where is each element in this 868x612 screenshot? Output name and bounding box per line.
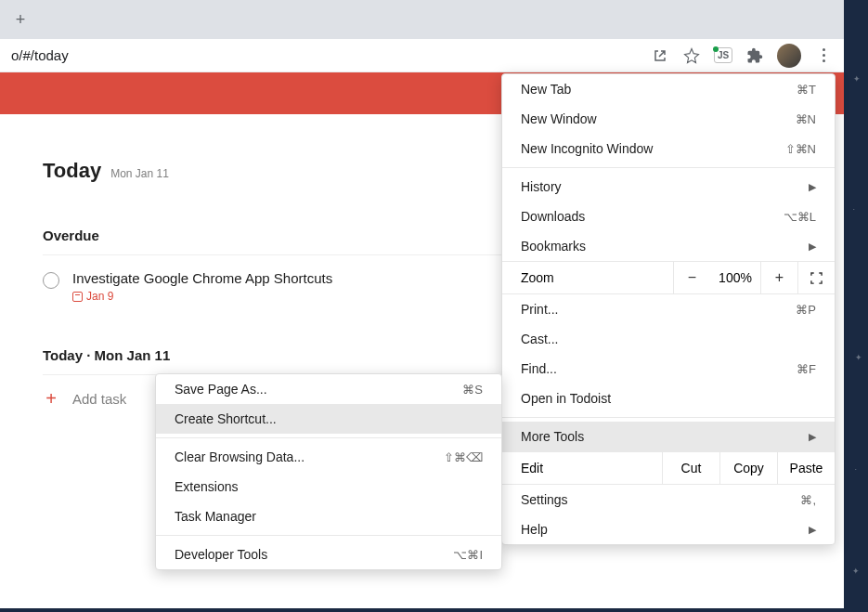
browser-main-menu: New Tab ⌘T New Window ⌘N New Incognito W… xyxy=(501,73,836,545)
more-tools-submenu: Save Page As... ⌘S Create Shortcut... Cl… xyxy=(155,373,502,570)
menu-print[interactable]: Print... ⌘P xyxy=(502,294,835,324)
menu-history[interactable]: History ▶ xyxy=(502,172,835,202)
open-external-icon[interactable] xyxy=(651,46,669,65)
menu-find[interactable]: Find... ⌘F xyxy=(502,354,835,384)
page-date: Mon Jan 11 xyxy=(110,167,169,180)
menu-label: Help xyxy=(521,522,548,537)
desktop-star: · xyxy=(852,204,855,214)
menu-shortcut: ⌘N xyxy=(796,112,816,126)
toolbar-icons: JS xyxy=(651,44,833,68)
menu-label: Task Manager xyxy=(175,509,256,524)
chevron-right-icon: ▶ xyxy=(809,241,816,253)
zoom-value: 100% xyxy=(710,262,760,293)
menu-label: Save Page As... xyxy=(175,382,267,397)
menu-label: Create Shortcut... xyxy=(175,411,277,426)
menu-help[interactable]: Help ▶ xyxy=(502,514,835,544)
menu-separator xyxy=(502,417,835,418)
menu-label: Cast... xyxy=(521,332,558,346)
browser-menu-button[interactable] xyxy=(814,48,833,62)
page-title: Today xyxy=(43,159,101,183)
extensions-puzzle-icon[interactable] xyxy=(745,46,764,65)
task-checkbox[interactable] xyxy=(43,272,59,289)
zoom-out-button[interactable]: − xyxy=(673,262,710,293)
bookmark-star-icon[interactable] xyxy=(682,46,701,65)
menu-cast[interactable]: Cast... xyxy=(502,324,835,354)
submenu-clear-data[interactable]: Clear Browsing Data... ⇧⌘⌫ xyxy=(156,442,501,472)
task-date-text: Jan 9 xyxy=(86,290,113,303)
menu-label: Bookmarks xyxy=(521,239,586,254)
edit-label: Edit xyxy=(502,452,662,484)
profile-avatar[interactable] xyxy=(777,44,801,68)
menu-separator xyxy=(502,167,835,168)
menu-label: New Window xyxy=(521,111,597,126)
menu-new-window[interactable]: New Window ⌘N xyxy=(502,104,835,134)
menu-shortcut: ⇧⌘N xyxy=(785,142,816,156)
menu-zoom-row: Zoom − 100% + xyxy=(502,261,835,294)
new-tab-button[interactable]: + xyxy=(7,7,33,33)
chevron-right-icon: ▶ xyxy=(809,431,816,443)
menu-open-in-app[interactable]: Open in Todoist xyxy=(502,384,835,413)
submenu-save-page[interactable]: Save Page As... ⌘S xyxy=(156,374,501,404)
calendar-icon xyxy=(72,292,83,302)
menu-settings[interactable]: Settings ⌘, xyxy=(502,485,835,514)
menu-shortcut: ⌥⌘I xyxy=(453,548,483,562)
menu-shortcut: ⇧⌘⌫ xyxy=(444,450,483,464)
desktop-star: ✦ xyxy=(853,74,861,84)
submenu-create-shortcut[interactable]: Create Shortcut... xyxy=(156,404,501,434)
menu-shortcut: ⌘, xyxy=(800,493,816,507)
chevron-right-icon: ▶ xyxy=(809,181,816,193)
zoom-label: Zoom xyxy=(502,262,673,293)
menu-shortcut: ⌘S xyxy=(462,383,483,397)
submenu-extensions[interactable]: Extensions xyxy=(156,472,501,501)
menu-bookmarks[interactable]: Bookmarks ▶ xyxy=(502,231,835,261)
menu-label: Extensions xyxy=(175,479,238,494)
desktop-star: · xyxy=(854,464,857,474)
desktop-star: ✦ xyxy=(852,566,860,576)
add-task-label: Add task xyxy=(72,391,126,407)
submenu-task-manager[interactable]: Task Manager xyxy=(156,501,501,531)
menu-label: Downloads xyxy=(521,209,585,224)
menu-edit-row: Edit Cut Copy Paste xyxy=(502,451,835,485)
menu-incognito[interactable]: New Incognito Window ⇧⌘N xyxy=(502,134,835,163)
menu-label: Settings xyxy=(521,492,568,507)
menu-shortcut: ⌘F xyxy=(797,362,816,376)
chevron-right-icon: ▶ xyxy=(809,524,816,536)
menu-label: New Incognito Window xyxy=(521,141,653,156)
menu-label: Clear Browsing Data... xyxy=(175,449,304,464)
address-bar: o/#/today JS xyxy=(0,39,844,72)
menu-label: More Tools xyxy=(521,429,584,444)
menu-new-tab[interactable]: New Tab ⌘T xyxy=(502,74,835,104)
menu-shortcut: ⌘T xyxy=(797,83,816,97)
menu-label: New Tab xyxy=(521,82,571,97)
plus-icon: + xyxy=(43,390,59,407)
menu-shortcut: ⌘P xyxy=(796,303,816,317)
fullscreen-icon xyxy=(810,272,823,284)
tab-bar: + xyxy=(0,0,844,39)
menu-more-tools[interactable]: More Tools ▶ xyxy=(502,422,835,451)
fullscreen-button[interactable] xyxy=(797,262,835,293)
edit-copy-button[interactable]: Copy xyxy=(719,452,777,484)
zoom-in-button[interactable]: + xyxy=(760,262,797,293)
menu-shortcut: ⌥⌘L xyxy=(784,210,816,224)
menu-label: Find... xyxy=(521,361,557,376)
desktop-star: ✦ xyxy=(855,353,862,362)
menu-label: Print... xyxy=(521,302,558,317)
submenu-developer-tools[interactable]: Developer Tools ⌥⌘I xyxy=(156,540,501,569)
edit-cut-button[interactable]: Cut xyxy=(662,452,719,484)
menu-separator xyxy=(156,535,501,536)
menu-label: Developer Tools xyxy=(175,547,267,562)
menu-downloads[interactable]: Downloads ⌥⌘L xyxy=(502,202,835,231)
edit-paste-button[interactable]: Paste xyxy=(777,452,835,484)
menu-label: History xyxy=(521,179,562,194)
url-text[interactable]: o/#/today xyxy=(11,47,651,63)
menu-label: Open in Todoist xyxy=(521,391,611,406)
js-extension-icon[interactable]: JS xyxy=(714,46,732,65)
menu-separator xyxy=(156,437,501,438)
